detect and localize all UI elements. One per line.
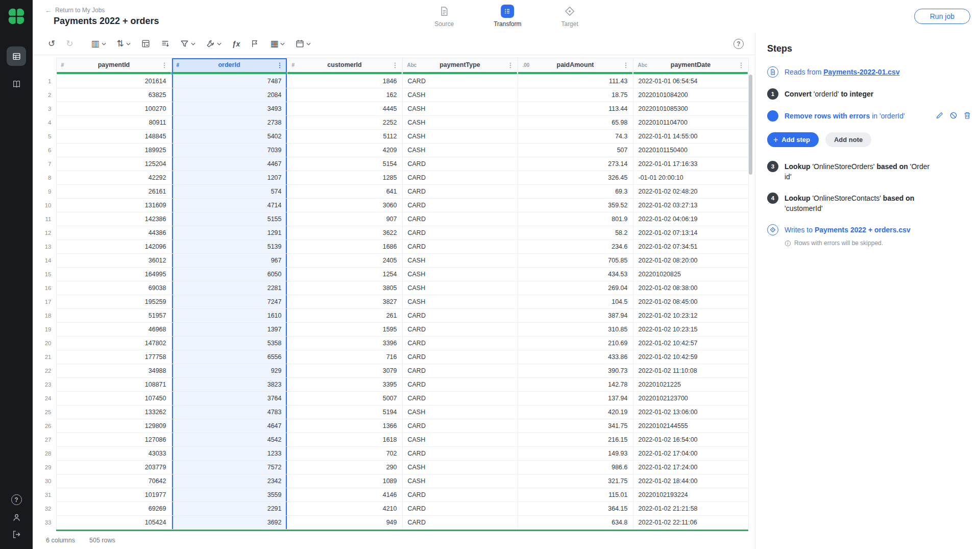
grid-cell[interactable]: 2022-01-02 02:48:20 (633, 185, 748, 199)
grid-cell[interactable]: 2022-01-01 17:16:33 (633, 157, 748, 171)
grid-cell[interactable]: 20220101150400 (633, 144, 748, 157)
grid-row[interactable]: 331054243692949CARD634.82022-01-02 22:11… (33, 516, 748, 530)
grid-cell[interactable]: 3060 (287, 199, 402, 212)
grid-cell[interactable]: 261 (287, 309, 402, 323)
row-number[interactable]: 27 (33, 433, 56, 447)
column-header-paymentType[interactable]: AbcpaymentType⋮ (402, 58, 518, 72)
grid-row[interactable]: 111423865155907CARD801.92022-01-02 04:06… (33, 212, 748, 226)
grid-cell[interactable]: 3827 (287, 295, 402, 309)
column-menu-icon[interactable]: ⋮ (507, 61, 514, 69)
grid-row[interactable]: 84229212071285CARD326.45-01-01 20:00:10 (33, 171, 748, 185)
grid-cell[interactable]: CASH (402, 254, 518, 268)
grid-row[interactable]: 1013160947143060CARD359.522022-01-02 03:… (33, 199, 748, 212)
grid-cell[interactable]: 46968 (56, 323, 172, 337)
row-number[interactable]: 23 (33, 378, 56, 392)
flow-step-source[interactable]: Source (434, 5, 454, 28)
grid-cell[interactable]: 210.69 (518, 337, 633, 350)
grid-cell[interactable]: CASH (402, 461, 518, 474)
grid-cell[interactable]: 310.85 (518, 323, 633, 337)
row-number[interactable]: 10 (33, 199, 56, 212)
grid-cell[interactable]: 341.75 (518, 419, 633, 433)
row-number[interactable]: 24 (33, 392, 56, 405)
grid-cell[interactable]: 2022-01-01 14:55:00 (633, 130, 748, 144)
grid-row[interactable]: 307064223421089CASH321.752022-01-02 18:4… (33, 474, 748, 488)
grid-cell[interactable]: CASH (402, 102, 518, 116)
grid-cell[interactable]: 359.52 (518, 199, 633, 212)
select-all-corner[interactable] (33, 58, 56, 72)
grid-cell[interactable]: CASH (402, 281, 518, 295)
column-header-paymentDate[interactable]: AbcpaymentDate⋮ (633, 58, 748, 72)
grid-cell[interactable]: 3622 (287, 226, 402, 240)
grid-cell[interactable]: 58.2 (518, 226, 633, 240)
row-number[interactable]: 29 (33, 461, 56, 474)
grid-cell[interactable]: CASH (402, 130, 518, 144)
grid-cell[interactable]: 641 (287, 185, 402, 199)
formula-icon[interactable]: ƒx (232, 40, 240, 47)
grid-cell[interactable]: 149.93 (518, 447, 633, 461)
grid-cell[interactable]: 929 (172, 364, 287, 378)
grid-cell[interactable]: -01-01 20:00:10 (633, 171, 748, 185)
grid-cell[interactable]: 4542 (172, 433, 287, 447)
grid-cell[interactable]: 5007 (287, 392, 402, 405)
grid-cell[interactable]: 20220102144555 (633, 419, 748, 433)
grid-cell[interactable]: CASH (402, 433, 518, 447)
grid-cell[interactable]: CASH (402, 268, 518, 281)
grid-cell[interactable]: CARD (402, 419, 518, 433)
transpose-icon[interactable] (141, 39, 150, 48)
grid-cell[interactable]: 131609 (56, 199, 172, 212)
grid-cell[interactable]: 273.14 (518, 157, 633, 171)
grid-cell[interactable]: 142.78 (518, 378, 633, 392)
grid-cell[interactable]: 4647 (172, 419, 287, 433)
grid-cell[interactable]: 4210 (287, 502, 402, 516)
step-3-lookup-orders[interactable]: 3 Lookup 'OnlineStoreOrders' based on 'O… (767, 161, 972, 182)
grid-cell[interactable]: 115.01 (518, 488, 633, 502)
flow-step-target[interactable]: Target (561, 5, 578, 28)
grid-cell[interactable]: 137.94 (518, 392, 633, 405)
grid-cell[interactable]: CARD (402, 516, 518, 530)
grid-row[interactable]: 18519571610261CARD387.942022-01-02 10:23… (33, 309, 748, 323)
grid-cell[interactable]: 801.9 (518, 212, 633, 226)
step-4-lookup-contacts[interactable]: 4 Lookup 'OnlineStoreContacts' based on … (767, 193, 972, 213)
grid-cell[interactable]: 1686 (287, 240, 402, 254)
grid-cell[interactable]: 113.44 (518, 102, 633, 116)
grid-cell[interactable]: 4783 (172, 405, 287, 419)
column-menu-icon[interactable]: ⋮ (161, 61, 168, 69)
grid-cell[interactable]: 202201020825 (633, 268, 748, 281)
grid-cell[interactable]: 3395 (287, 378, 402, 392)
grid-cell[interactable]: 7572 (172, 461, 287, 474)
row-number[interactable]: 26 (33, 419, 56, 433)
row-number[interactable]: 25 (33, 405, 56, 419)
grid-cell[interactable]: 2022-01-01 06:54:54 (633, 75, 748, 88)
grid-row[interactable]: 326926922914210CARD364.152022-01-02 21:2… (33, 502, 748, 516)
column-menu-icon[interactable]: ⋮ (738, 61, 745, 69)
row-number[interactable]: 8 (33, 171, 56, 185)
grid-row[interactable]: 166903822813805CASH269.042022-01-02 08:3… (33, 281, 748, 295)
grid-cell[interactable]: 164995 (56, 268, 172, 281)
grid-cell[interactable]: 203779 (56, 461, 172, 474)
columns-icon[interactable]: ▥ (91, 39, 106, 48)
grid-cell[interactable]: 42292 (56, 171, 172, 185)
grid-cell[interactable]: CARD (402, 171, 518, 185)
grid-cell[interactable]: 2022-01-02 21:21:58 (633, 502, 748, 516)
row-number[interactable]: 18 (33, 309, 56, 323)
grid-cell[interactable]: 195259 (56, 295, 172, 309)
grid-cell[interactable]: CARD (402, 212, 518, 226)
grid-cell[interactable]: 434.53 (518, 268, 633, 281)
grid-cell[interactable]: 1846 (287, 75, 402, 88)
table-icon[interactable]: ▦ (270, 39, 285, 48)
row-number[interactable]: 6 (33, 144, 56, 157)
grid-cell[interactable]: 51957 (56, 309, 172, 323)
grid-row[interactable]: 926161574641CARD69.32022-01-02 02:48:20 (33, 185, 748, 199)
grid-cell[interactable]: CASH (402, 144, 518, 157)
grid-row[interactable]: 2014780253583396CARD210.692022-01-02 10:… (33, 337, 748, 350)
grid-row[interactable]: 1314209651391686CARD234.62022-01-02 07:3… (33, 240, 748, 254)
grid-cell[interactable]: 290 (287, 461, 402, 474)
grid-cell[interactable]: 26161 (56, 185, 172, 199)
grid-cell[interactable]: 2084 (172, 88, 287, 102)
grid-cell[interactable]: 20220101085300 (633, 102, 748, 116)
row-number[interactable]: 32 (33, 502, 56, 516)
grid-cell[interactable]: 142386 (56, 212, 172, 226)
grid-cell[interactable]: 201614 (56, 75, 172, 88)
grid-cell[interactable]: 44386 (56, 226, 172, 240)
grid-cell[interactable]: 162 (287, 88, 402, 102)
